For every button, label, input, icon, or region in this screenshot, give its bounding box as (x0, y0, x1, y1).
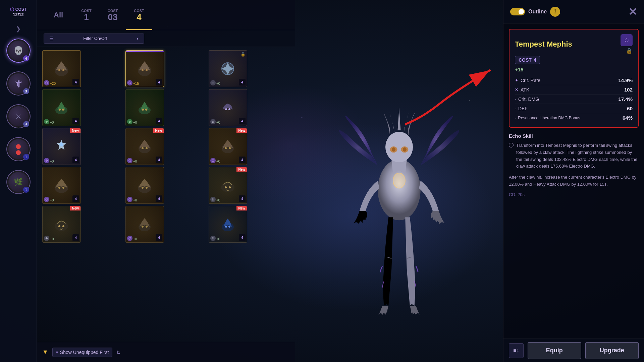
card-plus-11: +0 (133, 198, 137, 202)
card-badge-new-13: New (70, 206, 80, 210)
card-plus-14: +0 (133, 237, 137, 241)
stat-label-crit-rate: ✦ Crit. Rate (515, 78, 540, 83)
card-img-2 (133, 57, 157, 80)
sidebar-avatar-5[interactable]: 🌿 1 (6, 170, 31, 194)
svg-point-4 (142, 69, 144, 71)
svg-point-8 (59, 109, 61, 111)
svg-point-20 (229, 147, 231, 149)
echo-card-12[interactable]: New ⊛ +0 4 (209, 167, 247, 204)
echo-card-2[interactable]: ⬡ +15 4 (125, 50, 164, 87)
filter-chevron-icon: ▾ (137, 36, 139, 41)
echo-card-3[interactable]: 🔒 ◎ +0 4 (209, 50, 247, 87)
card-type-icon-8: ⬡ (127, 158, 132, 163)
echo-card-8[interactable]: New ⬡ +0 4 (125, 128, 164, 165)
bottom-sort-arrows[interactable]: ⇅ (116, 350, 120, 355)
tab-cost3[interactable]: COST 03 (100, 0, 126, 30)
echo-card-9[interactable]: New ⬡ +0 4 (209, 128, 247, 165)
right-panel: Outline ! ✕ Tempest Mephis ⬡ 🔒 COST 4 +1 (503, 0, 644, 362)
character-figure (322, 74, 476, 349)
avatar-cost-2: 3 (23, 88, 29, 94)
def-dot: · (515, 106, 516, 111)
card-plus-12: +0 (216, 198, 220, 202)
card-plus-5: +0 (133, 121, 137, 124)
stat-row-def: · DEF 60 (515, 104, 633, 113)
svg-point-16 (142, 147, 144, 149)
card-img-7 (50, 135, 73, 158)
card-img-11 (133, 174, 157, 197)
card-badge-new-9: New (236, 128, 247, 133)
card-badge-new-7: New (70, 128, 80, 133)
res-lib-dot: · (515, 116, 516, 120)
bottom-sort-label: Show Unequipped First (60, 350, 109, 355)
echo-cost-num: 4 (534, 57, 536, 63)
bottom-filter-icon[interactable]: ▼ (42, 349, 48, 356)
svg-point-35 (146, 226, 148, 228)
echo-card-13[interactable]: New ⊛ +0 4 (42, 206, 81, 243)
card-lock-3: 🔒 (240, 52, 246, 57)
skill-main-desc: Transform into Tempest Mephis to perform… (509, 142, 639, 170)
stat-row-res-lib: · Resonance Liberation DMG Bonus 64% (515, 113, 633, 122)
sidebar-avatar-2[interactable]: 🗡 3 (6, 71, 31, 96)
character-container (295, 0, 503, 362)
sidebar-avatar-1[interactable]: 💀 4 (6, 39, 31, 63)
svg-point-29 (229, 186, 231, 188)
card-plus-6: +0 (216, 121, 220, 124)
def-value: 60 (627, 106, 633, 111)
card-cost-4: 4 (72, 118, 79, 124)
bottom-sort-chevron: ▾ (56, 350, 58, 355)
sidebar: ⬡ COST 12/12 ❯ 💀 4 🗡 3 ⚔ 3 ⬤ ⬤ 1 (0, 0, 37, 362)
echo-type-icon-badge: ⬡ (621, 34, 633, 46)
stat-label-def: · DEF (515, 106, 528, 111)
stat-row-crit-rate: ✦ Crit. Rate 14.9% (515, 76, 633, 85)
tab-cost4[interactable]: COST 4 (126, 0, 152, 30)
echo-card-14[interactable]: ⬡ +0 4 (125, 206, 164, 243)
atk-label-text: ATK (521, 87, 529, 93)
sort-small-button[interactable]: ≡↕ (509, 343, 524, 358)
skill-circle-icon (509, 143, 514, 147)
card-type-icon-7: ⊙ (44, 158, 49, 163)
exclaim-button[interactable]: ! (550, 7, 560, 17)
card-cost-7: 4 (72, 157, 79, 163)
echo-card-5[interactable]: ⊕ +0 4 (125, 89, 164, 126)
svg-point-14 (228, 108, 230, 110)
crit-dmg-label-text: Crit. DMG (518, 97, 539, 102)
card-plus-10: +0 (50, 198, 54, 202)
echo-card-11[interactable]: ⬡ +0 4 (125, 167, 164, 204)
sidebar-avatar-4[interactable]: ⬤ ⬤ 1 (6, 137, 31, 161)
equip-button[interactable]: Equip (528, 342, 581, 359)
echo-card-1[interactable]: ⬡ +20 4 (42, 50, 81, 87)
cd-text: CD: 20s (509, 192, 639, 197)
crit-rate-label-text: Crit. Rate (521, 78, 540, 83)
close-button[interactable]: ✕ (628, 5, 637, 18)
nav-arrow[interactable]: ❯ (16, 25, 21, 33)
res-lib-label-text: Resonance Liberation DMG Bonus (518, 116, 580, 120)
card-plus-4: +0 (50, 121, 54, 124)
svg-point-11 (142, 109, 144, 111)
upgrade-button[interactable]: Upgrade (585, 342, 639, 359)
echo-lock-icon[interactable]: 🔒 (626, 48, 633, 54)
svg-point-2 (62, 69, 64, 71)
outline-toggle-switch[interactable] (510, 8, 525, 15)
echo-card-15[interactable]: New ⊛ +0 4 (209, 206, 247, 243)
svg-point-9 (62, 109, 64, 111)
tab-cost1[interactable]: COST 1 (73, 0, 100, 30)
echo-name: Tempest Mephis (515, 40, 572, 49)
svg-point-12 (145, 109, 147, 111)
tab-all[interactable]: All (44, 0, 73, 30)
bottom-sort-button[interactable]: ▾ Show Unequipped First (52, 348, 113, 357)
outline-toggle: Outline ! (510, 7, 560, 17)
card-img-4 (50, 96, 73, 119)
sidebar-avatar-3[interactable]: ⚔ 3 (6, 104, 31, 128)
echo-grid: ⬡ +20 4 ⬡ +15 4 (37, 47, 295, 342)
tab-cost1-num: 1 (84, 13, 89, 21)
card-plus-8: +0 (133, 160, 137, 163)
echo-card-7[interactable]: New ⊙ +0 4 (42, 128, 81, 165)
echo-card-6[interactable]: ⊛ +0 4 (209, 89, 247, 126)
card-img-3 (216, 57, 240, 80)
skill-after-desc: After the claw hit, increase the current… (509, 174, 639, 188)
echo-card-10[interactable]: ⬡ +0 4 (42, 167, 81, 204)
crit-dmg-value: 17.4% (618, 96, 633, 102)
filter-button[interactable]: ☰ Filter On/Off ▾ (44, 34, 144, 44)
echo-card-4[interactable]: ⊕ +0 4 (42, 89, 81, 126)
crit-dmg-dot: · (515, 97, 516, 102)
